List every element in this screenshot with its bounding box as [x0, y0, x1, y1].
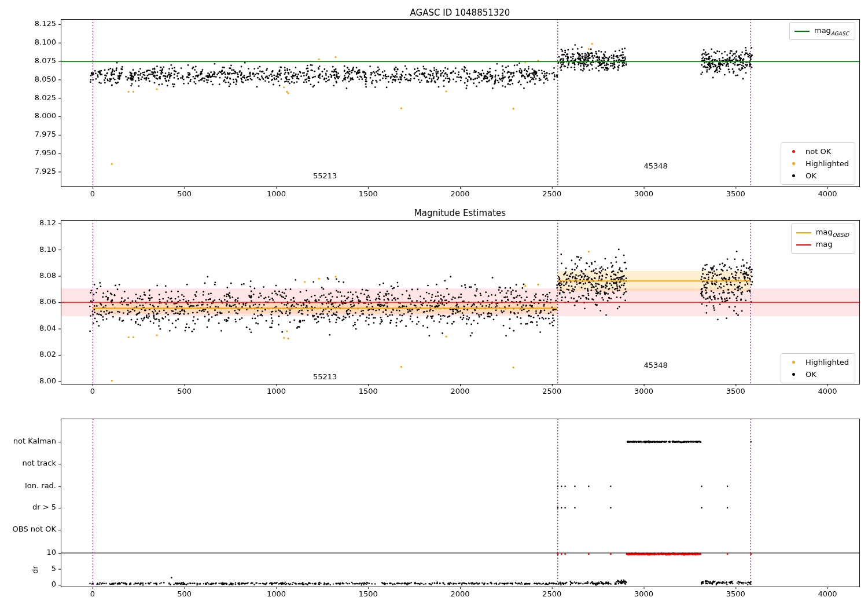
highlighted-marker-sample: [792, 162, 795, 165]
not-ok-marker-sample-wrap: [786, 150, 801, 153]
legend-item-ok-mid: OK: [786, 368, 849, 380]
highlighted-marker-sample-wrap: [786, 361, 801, 364]
panel2-title: Magnitude Estimates: [61, 208, 859, 218]
legend-label-mag-obsid: magOBSID: [816, 228, 849, 238]
panel1-title: AGASC ID 1048851320: [61, 8, 859, 18]
legend-label-mag-agasc: magAGASC: [814, 26, 849, 36]
highlighted-marker-sample: [792, 361, 795, 364]
mag-line-sample: [796, 244, 811, 246]
legend-mag-agasc: magAGASC: [789, 22, 855, 40]
legend-item-mag-obsid: magOBSID: [796, 226, 849, 239]
not-ok-marker-sample: [792, 150, 795, 153]
mag-obsid-line-sample: [796, 232, 811, 233]
legend-item-highlighted-mid: Highlighted: [786, 356, 849, 368]
figure: AGASC ID 1048851320 Magnitude Estimates …: [0, 0, 868, 608]
legend-label-highlighted: Highlighted: [806, 159, 849, 168]
ok-marker-sample-wrap: [786, 373, 801, 376]
legend-mid-markers: Highlighted OK: [781, 353, 855, 383]
legend-item-mag: mag: [796, 239, 849, 251]
legend-item-not-ok: not OK: [786, 145, 849, 158]
chart-canvas: [0, 0, 868, 608]
legend-mag-obsid: magOBSID mag: [791, 224, 855, 254]
highlighted-marker-sample-wrap: [786, 162, 801, 165]
ok-marker-sample: [792, 373, 795, 376]
legend-label-ok: OK: [806, 171, 816, 180]
legend-top-markers: not OK Highlighted OK: [781, 142, 855, 185]
legend-label-highlighted-mid: Highlighted: [806, 358, 849, 367]
ok-marker-sample: [792, 174, 795, 177]
legend-label-not-ok: not OK: [806, 147, 831, 156]
legend-label-mag: mag: [816, 240, 833, 250]
legend-item-highlighted: Highlighted: [786, 158, 849, 170]
ok-marker-sample-wrap: [786, 174, 801, 177]
legend-label-ok-mid: OK: [806, 370, 816, 379]
legend-item-ok: OK: [786, 170, 849, 182]
mag-agasc-line-sample: [795, 31, 810, 32]
legend-item-mag-agasc: magAGASC: [795, 25, 849, 37]
